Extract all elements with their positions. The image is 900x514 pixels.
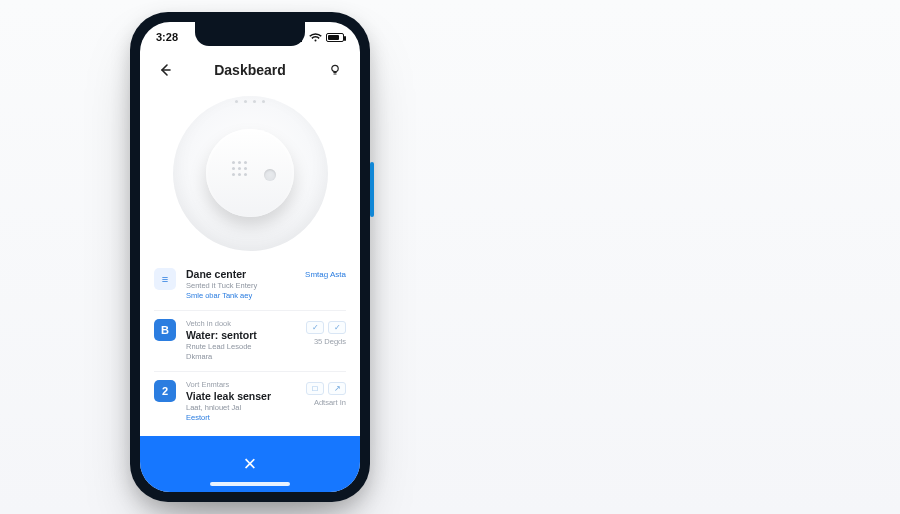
arrow-left-icon xyxy=(157,62,173,78)
badge-2-icon: 2 xyxy=(154,380,176,402)
svg-point-4 xyxy=(332,65,338,71)
list-item-action[interactable]: Smtag Asta xyxy=(305,270,346,279)
phone-frame: 3:28 Daskbeard xyxy=(130,12,370,502)
lightbulb-icon xyxy=(327,62,343,78)
square-pill-icon[interactable]: □ xyxy=(306,382,324,395)
list-item-kicker: Vort Enmtars xyxy=(186,380,296,389)
hero-device xyxy=(140,88,360,258)
list-item-sub: Sented it Tuck Entery xyxy=(186,281,295,290)
status-time: 3:28 xyxy=(156,31,178,43)
back-button[interactable] xyxy=(154,59,176,81)
list-item-meta: Adtsart In xyxy=(314,398,346,407)
page-title: Daskbeard xyxy=(214,62,286,78)
list-item-sub: Rnute Lead Lesode xyxy=(186,342,296,351)
share-pill-icon[interactable]: ↗ xyxy=(328,382,346,395)
home-indicator[interactable] xyxy=(210,482,290,486)
check-pill-icon[interactable]: ✓ xyxy=(306,321,324,334)
list-item-title: Viate leak senser xyxy=(186,390,296,402)
list-item-sub2: Dkmara xyxy=(186,352,296,361)
hero-halo xyxy=(173,96,328,251)
phone-screen: 3:28 Daskbeard xyxy=(140,22,360,492)
check-pill-icon[interactable]: ✓ xyxy=(328,321,346,334)
wifi-icon xyxy=(309,33,322,42)
list-item-kicker: Vetch in dook xyxy=(186,319,296,328)
list-item-link[interactable]: Smle obar Tank aey xyxy=(186,291,295,300)
speaker-grid-icon xyxy=(232,161,247,176)
list-item[interactable]: ≡ Dane center Sented it Tuck Entery Smle… xyxy=(154,260,346,311)
list-item-link[interactable]: Eestort xyxy=(186,413,296,422)
bottom-action-bar: × xyxy=(140,436,360,492)
close-button[interactable]: × xyxy=(244,453,257,475)
battery-icon xyxy=(326,33,344,42)
help-button[interactable] xyxy=(324,59,346,81)
device-list: ≡ Dane center Sented it Tuck Entery Smle… xyxy=(140,258,360,436)
sensor-puck-icon xyxy=(206,129,294,217)
sensor-dots-icon xyxy=(235,100,265,103)
list-icon: ≡ xyxy=(154,268,176,290)
app-bar: Daskbeard xyxy=(140,52,360,88)
list-item[interactable]: B Vetch in dook Water: sentort Rnute Lea… xyxy=(154,311,346,372)
list-item-title: Water: sentort xyxy=(186,329,296,341)
close-icon: × xyxy=(244,451,257,476)
list-item-sub: Laat, hnlouet Jal xyxy=(186,403,296,412)
list-item-title: Dane center xyxy=(186,268,295,280)
badge-b-icon: B xyxy=(154,319,176,341)
notch xyxy=(195,22,305,46)
list-item-meta: 35 Degds xyxy=(314,337,346,346)
list-item[interactable]: 2 Vort Enmtars Viate leak senser Laat, h… xyxy=(154,372,346,432)
